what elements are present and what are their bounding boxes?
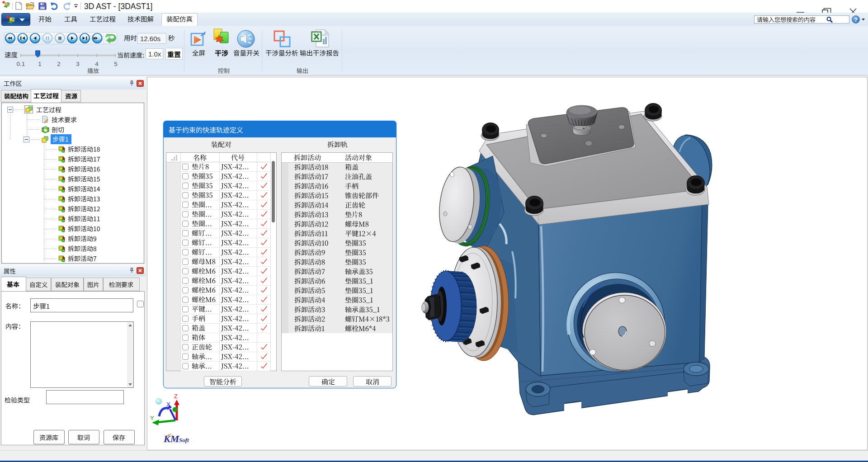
svg-text:KM: KM [163, 433, 180, 444]
svg-text:Y: Y [150, 415, 154, 421]
svg-text:Z: Z [174, 393, 178, 400]
svg-text:Soft: Soft [179, 437, 189, 443]
svg-text:?: ? [854, 17, 858, 23]
